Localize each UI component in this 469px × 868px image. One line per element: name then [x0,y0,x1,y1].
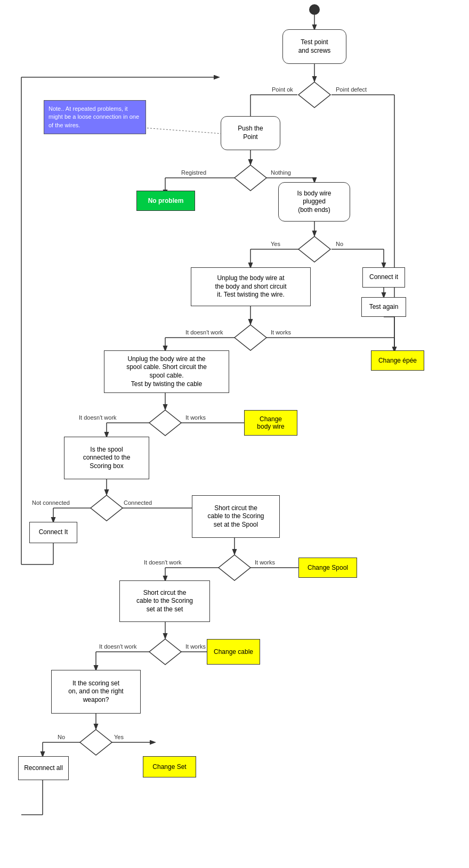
unplug-spool-box: Unplug the body wire at the spool cable.… [104,350,229,393]
svg-text:It doesn't work: It doesn't work [185,329,223,335]
start-node [309,4,320,15]
is-body-wire-box: Is body wire plugged (both ends) [278,182,350,222]
change-set-box: Change Set [143,756,196,777]
svg-text:No: No [58,734,65,740]
svg-text:It doesn't work: It doesn't work [79,414,117,421]
diamond-spool-connected [90,494,124,522]
svg-marker-74 [91,495,123,521]
change-epee-box: Change épée [371,350,424,371]
diamond-works3 [217,554,252,582]
test-again-box: Test again [361,297,406,317]
svg-marker-72 [234,325,266,350]
svg-marker-70 [234,165,266,191]
short-circuit-spool-box: Short circut the cable to the Scoring se… [192,495,280,538]
diamond-body-wire [297,235,331,263]
svg-marker-76 [149,639,181,665]
reconnect-all-box: Reconnect all [18,756,69,780]
diamond-point [297,81,331,109]
push-point-box: Push the Point [221,116,280,150]
svg-marker-71 [298,236,330,262]
svg-marker-77 [80,730,112,755]
note-box: Note.. At repeated problems, it might be… [44,100,146,134]
change-cable-box: Change cable [207,639,260,665]
svg-text:Registred: Registred [181,169,206,176]
svg-text:Point ok: Point ok [272,86,293,93]
diamond-works4 [148,638,182,666]
short-circuit-set-box: Short circut the cable to the Scoring se… [119,580,210,622]
change-body-wire-box: Change body wire [244,410,297,436]
is-spool-box: Is the spool connected to the Scoring bo… [64,437,149,479]
no-problem-box: No problem [136,191,195,211]
svg-marker-69 [298,82,330,108]
diamond-works1 [233,324,268,351]
svg-text:Not connected: Not connected [32,499,70,506]
diamond-registred [233,164,268,192]
test-point-screws-box: Test point and screws [282,29,346,64]
diamond-scoring [79,728,113,756]
change-spool-box: Change Spool [298,558,357,578]
svg-marker-75 [219,555,250,580]
diamond-works2 [148,409,182,437]
connect-it-box: Connect it [362,267,405,288]
svg-marker-73 [149,410,181,436]
flowchart-canvas: Point ok Point defect Registred Nothing … [0,0,469,868]
unplug-body-wire-box: Unplug the body wire at the body and sho… [191,267,311,306]
is-scoring-set-box: It the scoring set on, and on the right … [51,670,141,714]
connect-it2-box: Connect It [29,522,77,543]
